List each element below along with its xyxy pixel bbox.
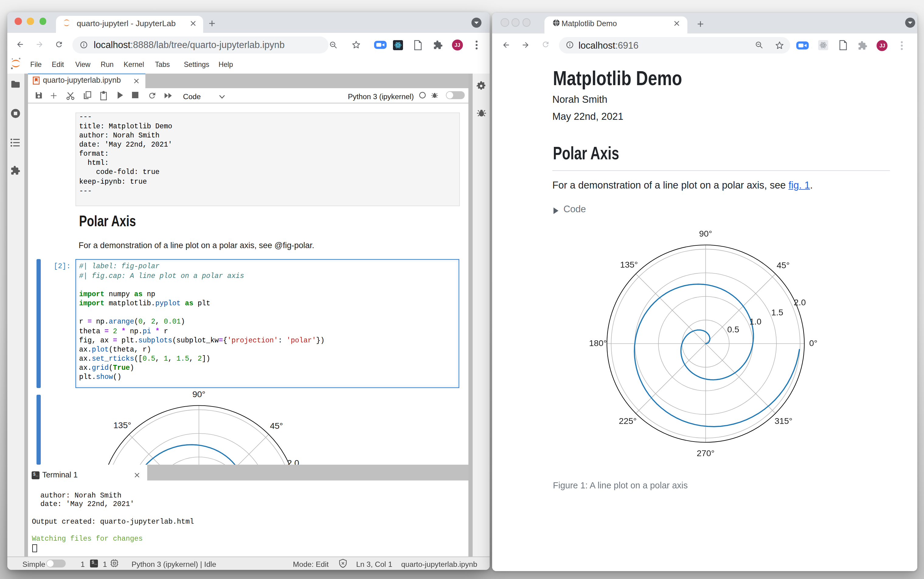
svg-text:45°: 45° xyxy=(777,261,790,270)
svg-text:315°: 315° xyxy=(774,416,792,426)
svg-text:0°: 0° xyxy=(809,339,817,348)
svg-text:90°: 90° xyxy=(699,229,712,239)
svg-text:225°: 225° xyxy=(619,416,636,426)
svg-text:1.0: 1.0 xyxy=(749,317,761,327)
svg-text:135°: 135° xyxy=(620,260,638,270)
svg-text:270°: 270° xyxy=(697,448,715,458)
svg-text:45°: 45° xyxy=(270,421,283,430)
svg-text:90°: 90° xyxy=(193,389,206,399)
svg-text:1.5: 1.5 xyxy=(771,308,783,317)
svg-text:2.0: 2.0 xyxy=(794,298,806,307)
svg-text:135°: 135° xyxy=(113,420,131,430)
svg-text:2.0: 2.0 xyxy=(287,458,299,465)
svg-text:180°: 180° xyxy=(589,339,607,348)
svg-text:0.5: 0.5 xyxy=(727,325,739,335)
